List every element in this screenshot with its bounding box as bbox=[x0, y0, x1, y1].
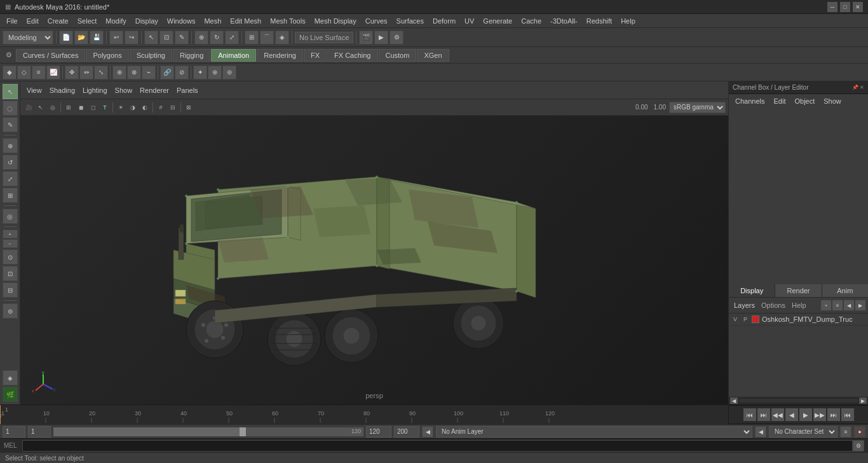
tab-curves-surfaces[interactable]: Curves / Surfaces bbox=[16, 49, 85, 62]
menu-generate[interactable]: Generate bbox=[479, 16, 516, 26]
minus-view-button[interactable]: − bbox=[3, 239, 18, 248]
tab-fx[interactable]: FX bbox=[304, 49, 327, 62]
menu-display[interactable]: Display bbox=[132, 16, 162, 26]
layers-settings-button[interactable]: ≡ bbox=[832, 300, 843, 310]
vp-menu-panels[interactable]: Panels bbox=[174, 85, 201, 95]
step-forward-button[interactable]: ⏭ bbox=[827, 408, 840, 421]
tab-rendering[interactable]: Rendering bbox=[257, 49, 303, 62]
path-anim-button[interactable]: ⌁ bbox=[142, 66, 156, 79]
tab-edit[interactable]: Edit bbox=[770, 96, 789, 106]
start-frame-input[interactable] bbox=[28, 426, 51, 438]
joint-tool-button[interactable]: ⊛ bbox=[208, 66, 222, 79]
play-forward-button[interactable]: ▶ bbox=[799, 408, 812, 421]
layers-arrows-left[interactable]: ◀ bbox=[844, 300, 854, 310]
char-set-selector[interactable]: No Character Set bbox=[769, 426, 837, 438]
vp-hud-btn[interactable]: ⊟ bbox=[167, 102, 179, 113]
dolly-button[interactable]: ⊟ bbox=[3, 282, 18, 298]
scroll-left-arrow[interactable]: ◀ bbox=[730, 397, 738, 404]
menu-create[interactable]: Create bbox=[44, 16, 72, 26]
scale-mode-button[interactable]: ⤢ bbox=[3, 171, 18, 186]
options-tab[interactable]: Options bbox=[759, 300, 788, 310]
soft-select-button[interactable]: ◎ bbox=[3, 209, 18, 224]
panel-close-button[interactable]: ✕ bbox=[860, 85, 864, 90]
move-mode-button[interactable]: ⊕ bbox=[3, 138, 18, 153]
paint-select-button[interactable]: ✎ bbox=[175, 31, 189, 45]
vp-select-btn[interactable]: ↖ bbox=[35, 102, 46, 113]
snap-curve-button[interactable]: ⌒ bbox=[260, 31, 274, 45]
maximize-button[interactable]: □ bbox=[840, 2, 850, 12]
range-end-input[interactable] bbox=[366, 426, 391, 438]
char-set-options-button[interactable]: ≡ bbox=[840, 426, 851, 438]
help-tab[interactable]: Help bbox=[789, 300, 809, 310]
layers-tab[interactable]: Layers bbox=[731, 300, 757, 310]
vp-flat-btn[interactable]: ◻ bbox=[87, 102, 98, 113]
redo-button[interactable]: ↪ bbox=[125, 31, 139, 45]
prev-key-button[interactable]: ◀◀ bbox=[771, 408, 784, 421]
vp-menu-view[interactable]: View bbox=[24, 85, 44, 95]
breakdown-button[interactable]: ◇ bbox=[17, 66, 31, 79]
menu-deform[interactable]: Deform bbox=[429, 16, 459, 26]
scroll-track[interactable] bbox=[739, 399, 858, 403]
menu-file[interactable]: File bbox=[3, 16, 22, 26]
lasso-select-button[interactable]: ⊡ bbox=[159, 31, 173, 45]
ipr-button[interactable]: ▶ bbox=[374, 31, 388, 45]
select-tool-button[interactable]: ↖ bbox=[144, 31, 158, 45]
render-button[interactable]: 🎬 bbox=[359, 31, 373, 45]
minimize-button[interactable]: ─ bbox=[827, 2, 837, 12]
track-button[interactable]: ⊡ bbox=[3, 266, 18, 281]
layer-scrollbar[interactable]: ◀ ▶ bbox=[729, 397, 868, 404]
save-scene-button[interactable]: 💾 bbox=[90, 31, 104, 45]
undo-button[interactable]: ↩ bbox=[109, 31, 123, 45]
menu-curves[interactable]: Curves bbox=[362, 16, 391, 26]
dr-tab-render[interactable]: Render bbox=[775, 284, 822, 297]
key-button[interactable]: ◆ bbox=[3, 66, 17, 79]
next-key-button[interactable]: ▶▶ bbox=[813, 408, 826, 421]
tab-custom[interactable]: Custom bbox=[379, 49, 417, 62]
layer-item[interactable]: V P Oshkosh_FMTV_Dump_Truc bbox=[729, 314, 868, 326]
menu-select[interactable]: Select bbox=[74, 16, 101, 26]
plus-view-button[interactable]: + bbox=[3, 230, 18, 238]
open-scene-button[interactable]: 📂 bbox=[74, 31, 88, 45]
current-frame-input[interactable] bbox=[3, 426, 25, 438]
move-tool-button[interactable]: ⊕ bbox=[194, 31, 208, 45]
step-back-button[interactable]: ⏭ bbox=[757, 408, 770, 421]
paint-mode-button[interactable]: ✎ bbox=[3, 117, 18, 132]
layer-vis-p[interactable]: P bbox=[742, 315, 749, 323]
frame-range-slider[interactable]: 120 bbox=[53, 427, 363, 436]
autokey-button[interactable]: ● bbox=[854, 426, 865, 438]
dr-tab-anim[interactable]: Anim bbox=[822, 284, 868, 297]
tab-animation[interactable]: Animation bbox=[211, 49, 256, 62]
anim-layer-selector[interactable]: No Anim Layer bbox=[436, 426, 752, 438]
vp-camera-button[interactable]: 🎥 bbox=[23, 102, 34, 113]
vp-smooth-btn[interactable]: ◼ bbox=[75, 102, 86, 113]
vp-menu-renderer[interactable]: Renderer bbox=[137, 85, 172, 95]
lasso-mode-button[interactable]: ◌ bbox=[3, 100, 18, 116]
tab-fx-caching[interactable]: FX Caching bbox=[327, 49, 377, 62]
menu-help[interactable]: Help bbox=[617, 16, 639, 26]
vp-textured-btn[interactable]: T bbox=[99, 102, 111, 113]
settings-gear-button[interactable]: ⚙ bbox=[3, 49, 15, 62]
tab-sculpting[interactable]: Sculpting bbox=[130, 49, 172, 62]
set-driven-key-button[interactable]: ⊗ bbox=[127, 66, 141, 79]
render-settings-button[interactable]: ⚙ bbox=[390, 31, 403, 45]
menu-uv[interactable]: UV bbox=[461, 16, 478, 26]
range-end2-input[interactable] bbox=[394, 426, 419, 438]
vp-shadow-btn[interactable]: ◑ bbox=[127, 102, 139, 113]
anim-layer-arrow[interactable]: ◀ bbox=[422, 426, 433, 438]
panel-pin-button[interactable]: 📌 bbox=[852, 85, 858, 90]
graph-editor-button[interactable]: 📈 bbox=[46, 66, 60, 79]
close-button[interactable]: ✕ bbox=[853, 2, 863, 12]
menu-mesh-display[interactable]: Mesh Display bbox=[311, 16, 360, 26]
vp-wireframe-btn[interactable]: ⊞ bbox=[63, 102, 74, 113]
paint-effects-button[interactable]: 🌿 bbox=[3, 387, 18, 402]
vp-ao-btn[interactable]: ◐ bbox=[139, 102, 151, 113]
skin-button[interactable]: ⊜ bbox=[222, 66, 236, 79]
tumble-button[interactable]: ⊙ bbox=[3, 249, 18, 265]
constraint-button[interactable]: 🔗 bbox=[160, 66, 174, 79]
skeleton-button[interactable]: ✦ bbox=[193, 66, 207, 79]
go-start-button[interactable]: ⏮ bbox=[743, 408, 756, 421]
menu-edit[interactable]: Edit bbox=[23, 16, 43, 26]
go-end-button[interactable]: ⏮ bbox=[841, 408, 854, 421]
deformer-button[interactable]: ⊘ bbox=[175, 66, 189, 79]
tab-polygons[interactable]: Polygons bbox=[86, 49, 128, 62]
